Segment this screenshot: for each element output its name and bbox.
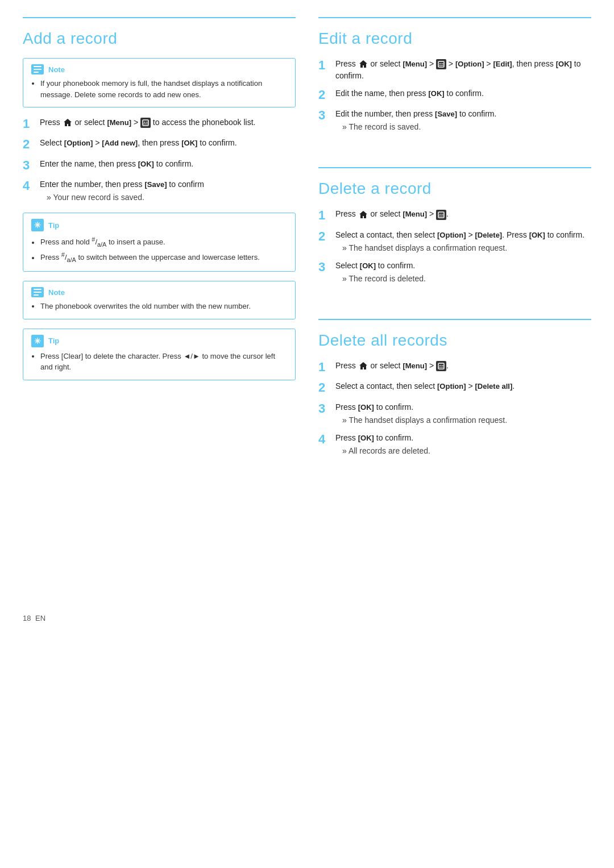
step-3-text: Enter the name, then press [OK] to confi… [40, 158, 296, 170]
tip2-list: Press [Clear] to delete the character. P… [31, 351, 287, 373]
svg-rect-8 [34, 289, 42, 290]
edit-step-2-text: Edit the name, then press [OK] to confir… [335, 88, 591, 99]
left-column: Add a record Note If your phonebook memo… [23, 17, 296, 591]
page-footer: 18 EN [23, 614, 591, 734]
add-record-section: Add a record Note If your phonebook memo… [23, 17, 296, 406]
add-record-title: Add a record [23, 30, 296, 48]
dall-step-4-text: Press [OK] to confirm. All records are d… [335, 432, 591, 457]
step-2-number: 2 [23, 137, 35, 152]
step-2: 2 Select [Option] > [Add new], then pres… [23, 137, 296, 152]
svg-rect-17 [438, 212, 444, 218]
dall-step-2-num: 2 [318, 380, 331, 395]
svg-rect-9 [34, 292, 42, 293]
tip1-list: Press and hold #/a/A to insert a pause. … [31, 235, 287, 264]
edit-step-2-num: 2 [318, 88, 331, 102]
step-4-number: 4 [23, 178, 35, 193]
tip1-item-0: Press and hold #/a/A to insert a pause. [40, 235, 287, 249]
page-lang: EN [35, 614, 45, 622]
edit-step-1-text: Press or select [Menu] > > [Option] > [E… [335, 58, 591, 82]
dall-step-1-num: 1 [318, 360, 331, 375]
dall-step-1-text: Press or select [Menu] > . [335, 360, 591, 372]
note1-label: Note [48, 65, 65, 74]
svg-rect-0 [34, 66, 42, 67]
svg-rect-1 [34, 69, 42, 70]
tip1-label: Tip [48, 221, 59, 230]
edit-record-title: Edit a record [318, 30, 591, 48]
home-icon-3 [358, 210, 368, 220]
del-step-1-text: Press or select [Menu] > . [335, 208, 591, 220]
note-icon [31, 64, 44, 74]
tip-icon-2: ✳ [31, 335, 44, 347]
step-3-number: 3 [23, 158, 35, 173]
step-1: 1 Press or select [Menu] > to access the… [23, 117, 296, 131]
note2-label: Note [48, 288, 65, 297]
step-4: 4 Enter the number, then press [Save] to… [23, 178, 296, 203]
tip1-item-1: Press #/a/A to switch between the upperc… [40, 250, 287, 264]
delete-steps: 1 Press or select [Menu] > . 2 Select a … [318, 208, 591, 284]
step-4-result: Your new record is saved. [40, 192, 296, 203]
del-step-2-text: Select a contact, then select [Option] >… [335, 229, 591, 254]
edit-step-1: 1 Press or select [Menu] > > [Option] > … [318, 58, 591, 82]
tip2-box: ✳ Tip Press [Clear] to delete the charac… [23, 329, 296, 380]
delete-record-title: Delete a record [318, 180, 591, 198]
del-step-2-result: The handset displays a confirmation requ… [335, 242, 591, 254]
dall-step-3-result: The handset displays a confirmation requ… [335, 414, 591, 426]
del-step-3: 3 Select [OK] to confirm. The record is … [318, 260, 591, 285]
note1-item: If your phonebook memory is full, the ha… [40, 78, 287, 100]
dall-step-3: 3 Press [OK] to confirm. The handset dis… [318, 401, 591, 426]
home-icon-4 [358, 361, 368, 371]
svg-rect-12 [438, 61, 444, 67]
home-icon-1 [63, 118, 73, 128]
edit-step-1-num: 1 [318, 58, 331, 73]
edit-steps: 1 Press or select [Menu] > > [Option] > … [318, 58, 591, 133]
page: Add a record Note If your phonebook memo… [0, 0, 614, 868]
edit-step-3-result: The record is saved. [335, 121, 591, 133]
tip2-label: Tip [48, 337, 59, 345]
tip2-item-0: Press [Clear] to delete the character. P… [40, 351, 287, 373]
step-3: 3 Enter the name, then press [OK] to con… [23, 158, 296, 173]
dall-step-4-result: All records are deleted. [335, 445, 591, 457]
dall-step-4-num: 4 [318, 432, 331, 447]
del-step-1: 1 Press or select [Menu] > . [318, 208, 591, 223]
note-icon-2 [31, 287, 44, 297]
note2-item-0: The phonebook overwrites the old number … [40, 301, 287, 312]
svg-rect-10 [34, 294, 39, 296]
page-number: 18 [23, 614, 31, 622]
tip2-header: ✳ Tip [31, 335, 287, 347]
tip-icon-1: ✳ [31, 219, 44, 231]
dall-step-1: 1 Press or select [Menu] > . [318, 360, 591, 375]
edit-step-3: 3 Edit the number, then press [Save] to … [318, 108, 591, 133]
note2-list: The phonebook overwrites the old number … [31, 301, 287, 312]
add-record-note1: Note If your phonebook memory is full, t… [23, 58, 296, 107]
note2-header: Note [31, 287, 287, 297]
edit-step-2: 2 Edit the name, then press [OK] to conf… [318, 88, 591, 102]
dall-step-2: 2 Select a contact, then select [Option]… [318, 380, 591, 395]
delete-all-section: Delete all records 1 Press or select [Me… [318, 319, 591, 480]
step-1-text: Press or select [Menu] > to access the p… [40, 117, 296, 128]
edit-record-section: Edit a record 1 Press or select [Menu] >… [318, 17, 591, 156]
tip1-box: ✳ Tip Press and hold #/a/A to insert a p… [23, 213, 296, 272]
note1-header: Note [31, 64, 287, 74]
del-step-1-num: 1 [318, 208, 331, 223]
del-step-2-num: 2 [318, 229, 331, 244]
del-step-3-result: The record is deleted. [335, 273, 591, 285]
step-4-text: Enter the number, then press [Save] to c… [40, 178, 296, 203]
svg-point-23 [439, 365, 441, 366]
svg-point-18 [439, 214, 441, 215]
home-icon-2 [358, 59, 368, 69]
svg-point-13 [439, 63, 441, 64]
dall-step-3-num: 3 [318, 401, 331, 416]
svg-rect-22 [438, 363, 444, 369]
note2-box: Note The phonebook overwrites the old nu… [23, 281, 296, 319]
right-column: Edit a record 1 Press or select [Menu] >… [318, 17, 591, 591]
edit-step-3-num: 3 [318, 108, 331, 123]
del-step-3-text: Select [OK] to confirm. The record is de… [335, 260, 591, 285]
svg-rect-2 [34, 72, 39, 73]
tip1-header: ✳ Tip [31, 219, 287, 231]
del-step-2: 2 Select a contact, then select [Option]… [318, 229, 591, 254]
delete-record-section: Delete a record 1 Press or select [Menu]… [318, 167, 591, 307]
del-step-3-num: 3 [318, 260, 331, 275]
svg-rect-4 [143, 120, 148, 126]
dall-step-4: 4 Press [OK] to confirm. All records are… [318, 432, 591, 457]
add-record-steps: 1 Press or select [Menu] > to access the… [23, 117, 296, 203]
